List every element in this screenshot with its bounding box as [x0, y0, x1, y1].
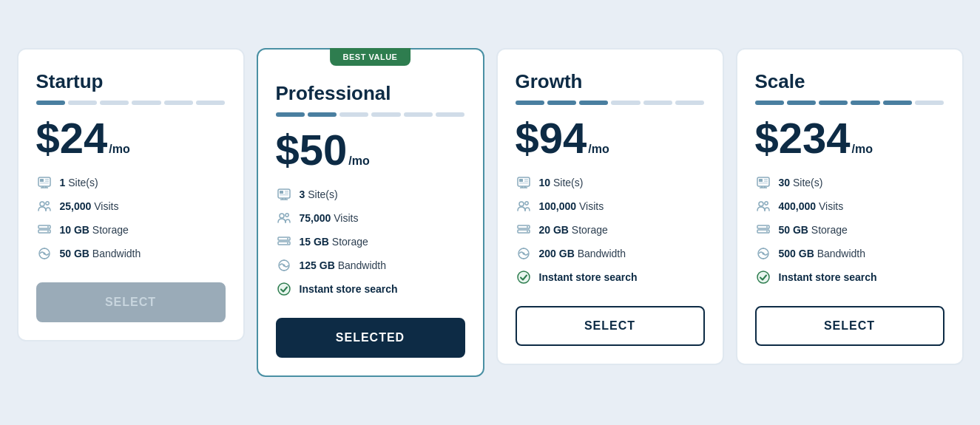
- svg-point-28: [287, 238, 288, 239]
- plan-name-professional: Professional: [276, 82, 465, 105]
- segment-3: [132, 101, 160, 105]
- feature-bold: 20 GB: [539, 224, 569, 236]
- svg-rect-37: [524, 181, 528, 183]
- segment-1: [787, 101, 816, 105]
- svg-point-25: [285, 214, 288, 217]
- feature-item: 75,000 Visits: [276, 210, 465, 226]
- plan-card-growth: Growth $94 /mo 10 Site(s) 100,000 Visits…: [496, 48, 724, 365]
- plan-name-startup: Startup: [36, 70, 226, 93]
- feature-item: 50 GB Storage: [755, 222, 944, 238]
- feature-bold: 75,000: [300, 212, 331, 224]
- feature-icon-bandwidth: [36, 245, 53, 262]
- svg-rect-52: [759, 183, 768, 183]
- feature-icon-sites: [276, 186, 292, 203]
- svg-rect-54: [764, 181, 768, 183]
- svg-point-29: [287, 242, 288, 244]
- price-unit-startup: /mo: [109, 143, 129, 156]
- feature-item: 500 GB Bandwidth: [755, 245, 944, 262]
- feature-item: Instant store search: [516, 269, 705, 285]
- segment-0: [276, 112, 305, 117]
- feature-bold: 200 GB: [539, 248, 575, 259]
- price-amount-scale: $234: [755, 117, 851, 160]
- feature-item: 125 GB Bandwidth: [276, 257, 465, 273]
- segment-3: [611, 101, 640, 105]
- feature-item: Instant store search: [755, 269, 944, 285]
- feature-icon-bandwidth: [276, 257, 292, 273]
- svg-point-41: [519, 202, 524, 206]
- feature-bold: 100,000: [539, 200, 577, 212]
- select-button-scale[interactable]: SELECT: [755, 306, 944, 346]
- select-button-professional[interactable]: SELECTED: [276, 318, 465, 358]
- feature-item: 30 Site(s): [755, 174, 944, 191]
- svg-rect-18: [280, 194, 288, 195]
- feature-icon-sites: [516, 174, 532, 191]
- feature-bold: 3: [300, 188, 305, 200]
- segment-1: [547, 101, 576, 105]
- svg-point-32: [278, 283, 290, 295]
- feature-bold: 50 GB: [60, 248, 89, 259]
- price-unit-growth: /mo: [588, 143, 609, 156]
- feature-text: 400,000 Visits: [779, 200, 844, 212]
- svg-point-31: [283, 265, 285, 267]
- segment-2: [819, 101, 848, 105]
- segment-2: [100, 101, 129, 105]
- feature-item: 100,000 Visits: [516, 198, 705, 214]
- feature-bold: 15 GB: [300, 236, 329, 248]
- feature-icon-storage: [516, 222, 532, 238]
- price-unit-professional: /mo: [348, 154, 369, 168]
- svg-rect-19: [285, 191, 288, 192]
- feature-icon-visits: [516, 198, 532, 214]
- feature-text: 50 GB Storage: [779, 224, 848, 236]
- feature-text: 100,000 Visits: [539, 200, 604, 212]
- svg-point-65: [762, 253, 764, 255]
- feature-bold: 50 GB: [779, 224, 808, 236]
- feature-bold: 125 GB: [300, 259, 335, 271]
- price-amount-startup: $24: [36, 117, 108, 160]
- progress-bar-startup: [36, 101, 226, 105]
- price-row-growth: $94 /mo: [516, 117, 705, 160]
- price-row-professional: $50 /mo: [276, 129, 465, 171]
- svg-point-8: [40, 202, 44, 206]
- feature-bold: Instant store search: [300, 283, 398, 295]
- svg-rect-34: [519, 179, 523, 182]
- feature-bold: 1: [60, 177, 66, 188]
- feature-bold: 30: [779, 177, 791, 188]
- features-list-scale: 30 Site(s) 400,000 Visits 50 GB Storage …: [755, 174, 944, 285]
- price-unit-scale: /mo: [852, 143, 873, 156]
- feature-bold: Instant store search: [779, 271, 877, 283]
- progress-bar-growth: [516, 101, 705, 105]
- plan-card-startup: Startup $24 /mo 1 Site(s) 25,000 Visits …: [17, 48, 245, 341]
- feature-icon-visits: [755, 198, 771, 214]
- svg-point-58: [759, 202, 763, 206]
- price-amount-professional: $50: [276, 129, 348, 171]
- feature-icon-bandwidth: [755, 245, 771, 262]
- features-list-professional: 3 Site(s) 75,000 Visits 15 GB Storage 12…: [276, 186, 465, 297]
- plan-card-professional: BEST VALUEProfessional $50 /mo 3 Site(s)…: [257, 48, 484, 377]
- plan-name-scale: Scale: [755, 70, 944, 93]
- select-button-startup: SELECT: [36, 282, 226, 322]
- select-button-growth[interactable]: SELECT: [516, 306, 705, 346]
- segment-1: [68, 101, 97, 105]
- svg-point-48: [522, 253, 524, 255]
- svg-point-42: [524, 202, 527, 205]
- feature-text: 200 GB Bandwidth: [539, 248, 626, 259]
- svg-rect-20: [285, 193, 288, 194]
- features-list-growth: 10 Site(s) 100,000 Visits 20 GB Storage …: [516, 174, 705, 285]
- feature-item: 10 GB Storage: [36, 222, 226, 238]
- svg-point-45: [527, 226, 528, 228]
- feature-text: 75,000 Visits: [300, 212, 359, 224]
- svg-rect-1: [40, 179, 44, 182]
- segment-5: [915, 101, 944, 105]
- svg-point-62: [766, 226, 768, 228]
- segment-3: [851, 101, 879, 105]
- svg-point-49: [518, 271, 530, 283]
- feature-text: 15 GB Storage: [300, 236, 368, 248]
- feature-bold: 10: [539, 177, 551, 188]
- feature-text: 1 Site(s): [60, 177, 98, 188]
- feature-icon-storage: [276, 234, 292, 250]
- svg-rect-51: [759, 179, 763, 182]
- progress-bar-professional: [276, 112, 465, 117]
- plans-container: Startup $24 /mo 1 Site(s) 25,000 Visits …: [17, 48, 964, 377]
- feature-text: 3 Site(s): [300, 188, 338, 200]
- segment-4: [643, 101, 672, 105]
